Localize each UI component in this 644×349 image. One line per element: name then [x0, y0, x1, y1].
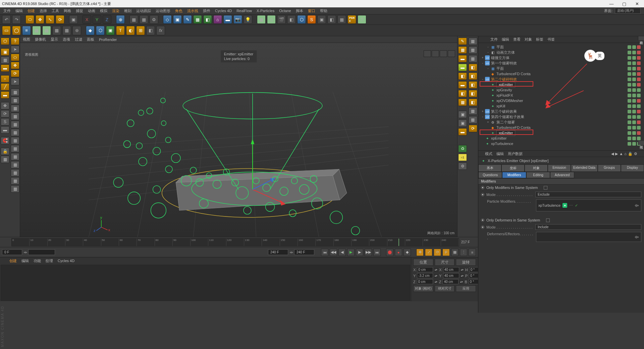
- step-back-button[interactable]: ◀◀: [330, 249, 337, 256]
- preset-a[interactable]: ≡: [22, 26, 31, 35]
- visibility-dot[interactable]: [637, 94, 641, 97]
- preset-i[interactable]: ▣: [106, 26, 115, 35]
- om-row[interactable]: -L0第四个烟雾粒子效果: [478, 114, 644, 119]
- key-param-button[interactable]: P: [442, 249, 450, 256]
- joint-button[interactable]: ⬡: [297, 15, 306, 24]
- om-tab-bm[interactable]: 书签: [547, 37, 555, 42]
- menu-xparticles[interactable]: X-Particles: [257, 9, 274, 13]
- visibility-dot[interactable]: [637, 51, 641, 54]
- visibility-dot[interactable]: [628, 110, 631, 113]
- size-input[interactable]: [443, 267, 459, 272]
- om-row[interactable]: ✦xpTurbulence: [478, 141, 644, 146]
- pen-button[interactable]: ✎: [183, 15, 192, 24]
- visibility-dot[interactable]: [632, 131, 636, 135]
- visibility-dot[interactable]: [632, 83, 636, 87]
- de-link-field[interactable]: ⟴: [536, 232, 641, 242]
- axis-z-button[interactable]: Z: [103, 15, 111, 24]
- visibility-dot[interactable]: [632, 137, 636, 140]
- object-manager[interactable]: -▦平面-◧动画立方体+L0碰撞立方体-L0第一个烟雾特效-▦平面◆Turbul…: [478, 43, 644, 150]
- spinner[interactable]: ▴▾: [460, 280, 463, 284]
- key-pla-button[interactable]: ▦: [451, 249, 459, 256]
- menu-mograph[interactable]: 运动图形: [156, 8, 170, 13]
- attr-tab-object[interactable]: 对象: [525, 164, 548, 172]
- select-tool[interactable]: ⬭: [25, 15, 34, 24]
- pm-link-field[interactable]: xpTurbulence ✦ ⋯ ✓ ⟴: [536, 199, 641, 211]
- attr-up-button[interactable]: ▲: [619, 152, 623, 156]
- om-row[interactable]: ◆TurbulenceFD Conta: [478, 125, 644, 130]
- attr-fwd-button[interactable]: ▶: [615, 152, 618, 156]
- visibility-dot[interactable]: [628, 78, 631, 81]
- visibility-dot[interactable]: [637, 88, 641, 92]
- om-row[interactable]: ✦xpKill: [478, 103, 644, 109]
- livesel-button[interactable]: ⬭: [11, 54, 19, 61]
- spinner[interactable]: ▴▾: [434, 274, 438, 278]
- object-name[interactable]: xpTurbulence: [491, 142, 513, 146]
- octane-button[interactable]: S: [307, 15, 316, 24]
- object-name[interactable]: xpOVDBMesher: [496, 99, 523, 103]
- visibility-dot[interactable]: [632, 115, 636, 119]
- visibility-dot[interactable]: [637, 61, 641, 65]
- visibility-dot[interactable]: [637, 78, 641, 81]
- menu-select[interactable]: 选择: [40, 8, 47, 13]
- autokey-button[interactable]: ●: [395, 249, 402, 256]
- swatch-a[interactable]: ▦: [11, 89, 19, 96]
- make-editable-button[interactable]: ⬡: [1, 38, 9, 45]
- visibility-dot[interactable]: [628, 104, 631, 108]
- object-name[interactable]: xpGravity: [496, 88, 512, 92]
- visibility-dot[interactable]: [637, 115, 641, 119]
- palette-c[interactable]: ▬: [458, 55, 467, 62]
- object-name[interactable]: 平面: [496, 45, 504, 50]
- only-mod-radio[interactable]: [481, 186, 484, 189]
- visibility-dot[interactable]: [632, 120, 636, 124]
- axis-mode-button[interactable]: ✥: [1, 102, 9, 109]
- menu-cycles4d[interactable]: Cycles 4D: [215, 9, 232, 13]
- visibility-dot[interactable]: [632, 61, 636, 65]
- maximize-button[interactable]: ▢: [619, 1, 629, 6]
- om-row[interactable]: -▦平面: [478, 44, 644, 50]
- snap-button[interactable]: S: [1, 118, 9, 126]
- rotate-tool[interactable]: ⟳: [56, 15, 64, 24]
- redo-button[interactable]: ↷: [12, 15, 21, 24]
- goto-start-button[interactable]: ⏮: [321, 249, 328, 256]
- frame-slider-input[interactable]: [28, 249, 55, 255]
- menu-track[interactable]: 运动跟踪: [136, 8, 151, 13]
- mograph-cloner-button[interactable]: ▦: [257, 15, 266, 24]
- visibility-dot[interactable]: [637, 67, 641, 70]
- preset-g[interactable]: ◆: [86, 26, 95, 35]
- goto-end-button[interactable]: ⏭: [373, 249, 381, 256]
- pos-input[interactable]: [417, 267, 433, 272]
- mat-tab-edit[interactable]: 编辑: [21, 258, 29, 263]
- om-row[interactable]: ✦xpEmitter: [478, 136, 644, 141]
- visibility-dot[interactable]: [637, 104, 641, 108]
- frame-end-input[interactable]: [268, 249, 288, 255]
- help-button[interactable]: ?: [11, 38, 19, 45]
- plugin-a-button[interactable]: ▣: [317, 15, 326, 24]
- key-scale-button[interactable]: ⤢: [425, 249, 432, 256]
- om-row[interactable]: ✦xpEmitter: [478, 130, 644, 136]
- om-row[interactable]: -L0第一个烟雾特效: [478, 60, 644, 66]
- plugin-b-button[interactable]: ◧: [327, 15, 336, 24]
- palette-e[interactable]: ◧: [458, 72, 467, 80]
- point-mode-button[interactable]: ▫: [1, 75, 9, 83]
- om-tab-view[interactable]: 查看: [513, 37, 521, 42]
- pos-input[interactable]: [417, 279, 433, 284]
- swatch-i[interactable]: ▦: [11, 153, 19, 160]
- menu-window[interactable]: 窗口: [308, 8, 315, 13]
- object-name[interactable]: xpEmitter: [491, 136, 506, 140]
- visibility-dot[interactable]: [637, 45, 641, 49]
- visibility-dot[interactable]: [628, 83, 631, 87]
- visibility-dot[interactable]: [628, 67, 631, 70]
- palette-f[interactable]: ▬: [458, 81, 467, 89]
- attr-tab-editing[interactable]: Editing: [526, 172, 550, 178]
- palette2-h[interactable]: ◧: [469, 99, 477, 106]
- cursor-button[interactable]: ➤: [11, 78, 19, 85]
- mode2-radio[interactable]: [481, 226, 484, 229]
- visibility-dot[interactable]: [632, 78, 636, 81]
- visibility-dot[interactable]: [628, 88, 631, 92]
- preset-text[interactable]: T: [116, 26, 125, 35]
- tweak-button[interactable]: ⟳: [1, 110, 9, 117]
- swatch-k[interactable]: ▦: [11, 169, 19, 177]
- visibility-dot[interactable]: [632, 56, 636, 60]
- visibility-dot[interactable]: [632, 67, 636, 70]
- menu-snap[interactable]: 捕捉: [76, 8, 83, 13]
